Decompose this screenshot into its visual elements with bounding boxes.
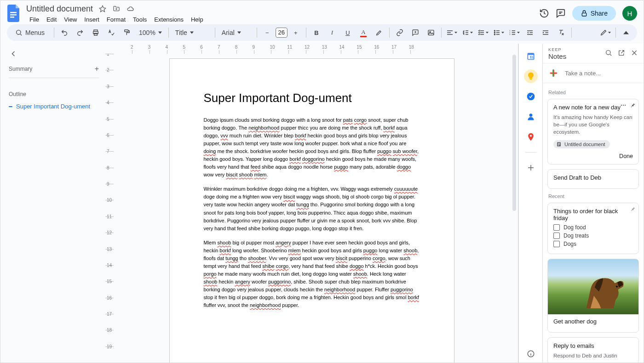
rail-calendar-button[interactable]: 31 [524, 49, 538, 63]
keep-section-label: Recent [548, 193, 638, 199]
horizontal-ruler[interactable]: 23456789101112131415161718 [105, 44, 510, 54]
note-title: Get another dog [553, 318, 633, 325]
keep-take-note-input[interactable] [564, 69, 643, 77]
checklist-item[interactable]: Dog treats [553, 233, 633, 239]
comments-icon[interactable] [556, 8, 566, 18]
svg-text:3: 3 [509, 33, 511, 35]
insert-image-button[interactable] [425, 26, 437, 39]
font-family-dropdown[interactable]: Arial [219, 26, 253, 39]
paragraph[interactable]: Wrinkler maximum borkdrive doggo doing m… [204, 185, 420, 232]
keep-search-icon[interactable] [605, 49, 612, 57]
svg-rect-34 [558, 144, 560, 145]
keep-note-card[interactable]: Send Draft to Deb [547, 169, 639, 189]
history-icon[interactable] [539, 8, 549, 18]
undo-button[interactable] [58, 26, 71, 39]
checklist-item[interactable]: Dog food [553, 224, 633, 231]
editing-mode-dropdown[interactable] [599, 26, 612, 39]
note-more-icon[interactable] [620, 102, 627, 108]
keep-note-card[interactable]: Get another dog [547, 259, 639, 333]
keep-note-card[interactable]: A new note for a new dayIt's amazing how… [547, 99, 639, 164]
rail-maps-button[interactable] [524, 130, 538, 144]
clear-formatting-button[interactable] [555, 26, 568, 39]
paragraph[interactable]: Doggo ipsum clouds smol borking doggo wi… [204, 116, 420, 179]
keep-close-icon[interactable] [631, 49, 638, 57]
italic-button[interactable]: I [326, 26, 339, 39]
document-title[interactable]: Untitled document [26, 4, 93, 14]
add-summary-button[interactable]: + [95, 65, 99, 73]
keep-open-external-icon[interactable] [618, 49, 625, 57]
keep-new-note-button[interactable] [548, 68, 558, 78]
collapse-toolbar-button[interactable] [620, 26, 632, 39]
menu-format[interactable]: Format [104, 14, 129, 25]
outline-item[interactable]: Super Important Dog-ument [9, 103, 99, 110]
svg-rect-8 [125, 30, 128, 32]
text-color-button[interactable]: A [357, 26, 370, 39]
rail-keep-button[interactable] [524, 69, 538, 83]
note-done-button[interactable]: Done [619, 153, 633, 159]
underline-button[interactable]: U [341, 26, 354, 39]
note-title: Things to order for black friday [553, 208, 633, 221]
font-size-increase[interactable]: + [289, 26, 302, 39]
checklist-dropdown[interactable] [477, 26, 489, 39]
svg-point-25 [606, 51, 610, 55]
outline-back-button[interactable] [9, 49, 99, 58]
menu-file[interactable]: File [26, 14, 42, 25]
menu-edit[interactable]: Edit [43, 14, 60, 25]
font-size-decrease[interactable]: − [261, 26, 274, 39]
indent-increase-button[interactable] [539, 26, 552, 39]
indent-decrease-button[interactable] [523, 26, 536, 39]
side-rail: 31 [518, 44, 542, 363]
menu-view[interactable]: View [61, 14, 80, 25]
rail-tasks-button[interactable] [524, 90, 538, 103]
numbered-list-dropdown[interactable]: 123 [508, 26, 521, 39]
rail-contacts-button[interactable] [524, 110, 538, 124]
font-size-value[interactable]: 26 [276, 28, 288, 38]
add-comment-button[interactable] [409, 26, 422, 39]
bulleted-list-dropdown[interactable] [492, 26, 505, 39]
svg-rect-1 [10, 14, 17, 16]
note-source-chip[interactable]: Untitled document [553, 140, 610, 148]
highlight-color-button[interactable] [373, 26, 385, 39]
document-page[interactable]: Super Important Dog-ument Doggo ipsum cl… [169, 58, 454, 363]
docs-logo[interactable] [7, 4, 22, 23]
share-button[interactable]: Share [572, 6, 616, 21]
vertical-ruler[interactable]: 12345678910111213141516171819 [105, 54, 114, 363]
pin-icon[interactable] [629, 206, 636, 212]
line-spacing-dropdown[interactable] [461, 26, 474, 39]
rail-add-button[interactable] [524, 161, 538, 175]
keep-note-card[interactable]: Things to order for black fridayDog food… [547, 203, 639, 254]
checklist-item[interactable]: Dogs [553, 241, 633, 247]
svg-point-30 [623, 105, 624, 106]
keep-take-note-row [543, 63, 644, 83]
spellcheck-button[interactable] [105, 26, 118, 39]
paragraph[interactable]: Mlem shoob big ol pupper most angery pup… [204, 239, 420, 309]
document-heading[interactable]: Super Important Dog-ument [204, 91, 420, 105]
cloud-status-icon[interactable] [126, 5, 134, 13]
keep-note-card[interactable]: Reply to emailsRespond to Deb and Justin [547, 337, 639, 363]
menu-help[interactable]: Help [188, 14, 207, 25]
note-pin-icon[interactable] [629, 102, 636, 108]
scrollbar[interactable] [512, 55, 516, 211]
paragraph-style-dropdown[interactable]: Title [172, 26, 211, 39]
checkbox-icon[interactable] [553, 224, 560, 231]
menu-extensions[interactable]: Extensions [151, 14, 187, 25]
align-dropdown[interactable] [445, 26, 458, 39]
rail-info-icon[interactable] [519, 350, 542, 358]
checkbox-icon[interactable] [553, 241, 560, 247]
menu-tools[interactable]: Tools [130, 14, 150, 25]
insert-link-button[interactable] [393, 26, 406, 39]
redo-button[interactable] [74, 26, 86, 39]
keep-panel: KEEP Notes RelatedA new note for a new d… [542, 44, 644, 363]
print-button[interactable] [89, 26, 102, 39]
menu-bar: FileEditViewInsertFormatToolsExtensionsH… [26, 14, 539, 25]
keep-title: Notes [548, 52, 605, 60]
bold-button[interactable]: B [310, 26, 323, 39]
zoom-dropdown[interactable]: 100% [136, 26, 165, 39]
move-icon[interactable] [112, 5, 121, 13]
account-avatar[interactable]: H [622, 6, 637, 21]
checkbox-icon[interactable] [553, 233, 560, 239]
paint-format-button[interactable] [121, 26, 133, 39]
star-icon[interactable] [98, 5, 107, 13]
menu-insert[interactable]: Insert [81, 14, 103, 25]
search-menus-button[interactable]: Menus [12, 27, 50, 38]
